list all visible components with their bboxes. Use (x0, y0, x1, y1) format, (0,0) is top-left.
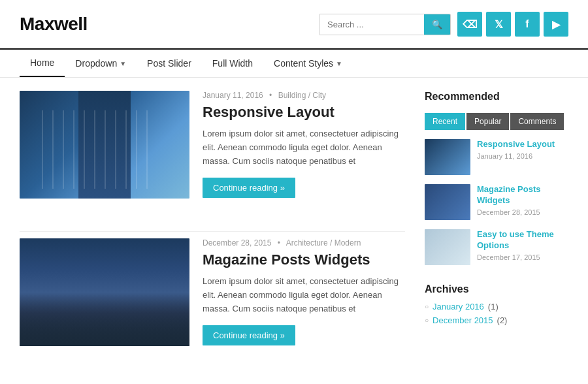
site-title: Maxwell (20, 14, 88, 35)
tab-comments[interactable]: Comments (510, 113, 564, 130)
header-right: 🔍 ⌫ 𝕏 f ▶ (319, 12, 568, 37)
tab-bar: Recent Popular Comments (425, 113, 568, 130)
bullet-icon-2: ○ (425, 317, 429, 324)
separator: • (269, 91, 272, 100)
search-input[interactable] (319, 14, 424, 35)
post-image-building (20, 91, 189, 199)
nav-item-home[interactable]: Home (20, 50, 65, 77)
post-meta: January 11, 2016 • Building / City (203, 91, 405, 100)
archive-count-2: (2) (497, 315, 508, 325)
post-date-2: December 28, 2015 (203, 238, 271, 248)
post-card-2: December 28, 2015 • Architecture / Moder… (20, 231, 405, 359)
sidebar-post-date-3: December 17, 2015 (477, 253, 568, 261)
archive-item-1: ○ January 2016 (1) (425, 302, 568, 312)
sidebar-post-info-3: Easy to use Theme Options December 17, 2… (477, 229, 568, 261)
post-image-city (20, 238, 189, 346)
main-container: January 11, 2016 • Building / City Respo… (0, 78, 588, 384)
recommended-section: Recommended Recent Popular Comments Resp… (425, 91, 568, 265)
bullet-icon-1: ○ (425, 303, 429, 310)
content-area: January 11, 2016 • Building / City Respo… (20, 91, 405, 379)
post-body-2: December 28, 2015 • Architecture / Moder… (203, 238, 405, 346)
search-button[interactable]: 🔍 (424, 14, 450, 35)
sidebar-post-image-2 (425, 184, 470, 220)
chevron-down-icon: ▼ (120, 60, 126, 67)
youtube-button[interactable]: ▶ (544, 12, 568, 37)
nav-item-full-width[interactable]: Full Width (202, 50, 263, 76)
sidebar-post-image-3 (425, 229, 470, 265)
twitter-button[interactable]: 𝕏 (486, 12, 511, 37)
sidebar-post-date-1: January 11, 2016 (477, 152, 555, 160)
post-card: January 11, 2016 • Building / City Respo… (20, 91, 405, 212)
archives-title: Archives (425, 283, 568, 295)
post-excerpt-2: Lorem ipsum dolor sit amet, consectetuer… (203, 275, 405, 315)
archives-section: Archives ○ January 2016 (1) ○ December 2… (425, 283, 568, 325)
nav-item-post-slider[interactable]: Post Slider (137, 50, 202, 76)
sidebar-post-info-2: Magazine Posts Widgets December 28, 2015 (477, 184, 568, 216)
tab-popular[interactable]: Popular (466, 113, 509, 130)
header: Maxwell 🔍 ⌫ 𝕏 f ▶ (0, 0, 588, 48)
facebook-button[interactable]: f (515, 12, 540, 37)
post-excerpt: Lorem ipsum dolor sit amet, consectetuer… (203, 127, 405, 168)
archive-item-2: ○ December 2015 (2) (425, 315, 568, 325)
nav-item-content-styles[interactable]: Content Styles ▼ (263, 50, 353, 76)
sidebar-post-info-1: Responsive Layout January 11, 2016 (477, 139, 555, 160)
post-meta-2: December 28, 2015 • Architecture / Moder… (203, 238, 405, 248)
post-title-2: Magazine Posts Widgets (203, 251, 405, 268)
nav-item-dropdown[interactable]: Dropdown ▼ (65, 50, 137, 76)
post-category: Building / City (278, 91, 326, 100)
rss-button[interactable]: ⌫ (457, 12, 482, 37)
sidebar-post-3: Easy to use Theme Options December 17, 2… (425, 229, 568, 265)
archive-link-1[interactable]: January 2016 (433, 302, 484, 312)
post-category-2: Architecture / Modern (286, 238, 361, 248)
archive-link-2[interactable]: December 2015 (433, 315, 493, 325)
post-title: Responsive Layout (203, 104, 405, 121)
tab-recent[interactable]: Recent (425, 113, 465, 130)
read-more-button-2[interactable]: Continue reading » (203, 325, 295, 345)
sidebar-post-title-2[interactable]: Magazine Posts Widgets (477, 184, 568, 206)
read-more-button-1[interactable]: Continue reading » (203, 178, 295, 198)
social-icons: ⌫ 𝕏 f ▶ (457, 12, 568, 37)
sidebar: Recommended Recent Popular Comments Resp… (425, 91, 568, 379)
separator-2: • (278, 238, 280, 248)
sidebar-post-2: Magazine Posts Widgets December 28, 2015 (425, 184, 568, 220)
sidebar-post-title-1[interactable]: Responsive Layout (477, 139, 555, 150)
sidebar-post-1: Responsive Layout January 11, 2016 (425, 139, 568, 175)
recommended-title: Recommended (425, 91, 568, 105)
archive-count-1: (1) (488, 302, 498, 312)
sidebar-post-image-1 (425, 139, 470, 175)
sidebar-post-date-2: December 28, 2015 (477, 208, 568, 216)
post-body: January 11, 2016 • Building / City Respo… (203, 91, 405, 199)
chevron-down-icon-2: ▼ (336, 60, 342, 67)
post-date: January 11, 2016 (203, 91, 263, 100)
sidebar-post-title-3[interactable]: Easy to use Theme Options (477, 229, 568, 251)
search-box: 🔍 (319, 14, 451, 35)
navigation: Home Dropdown ▼ Post Slider Full Width C… (0, 48, 588, 78)
